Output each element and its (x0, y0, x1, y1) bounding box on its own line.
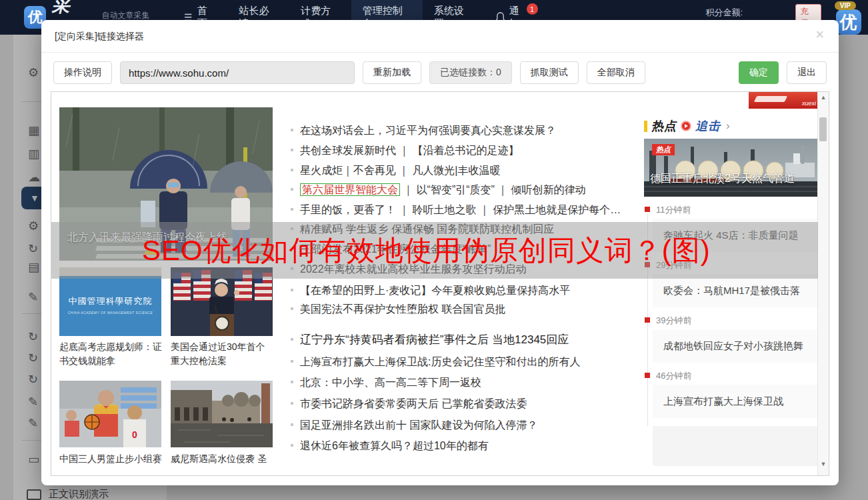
hot-topics-header[interactable]: 热点 追击 › (644, 118, 730, 134)
news-link[interactable]: 市委书记跻身省委常委两天后 已掌舵省委政法委 (291, 397, 527, 411)
thumbnail-basketball[interactable]: 0 (59, 381, 161, 447)
timeline-time: 11分钟前 (656, 204, 691, 216)
news-link[interactable]: 上海宣布打赢大上海保卫战:历史会记住坚守和付出的所有人 (291, 355, 580, 369)
vip-avatar: 优 (836, 9, 861, 35)
confirm-button[interactable]: 确定 (739, 61, 779, 84)
bullet-icon (291, 402, 293, 405)
bullet-icon (291, 360, 293, 363)
timeline-time: 39分钟前 (656, 315, 691, 327)
selected-link-highlight[interactable]: 第六届世界智能大会 (300, 183, 400, 196)
bullet-icon (291, 208, 293, 211)
timeline-item[interactable]: 上海宣布打赢大上海保卫战 (653, 385, 819, 418)
hot-badge: 热点 (652, 144, 675, 155)
grab-test-button[interactable]: 抓取测试 (520, 61, 579, 84)
news-link[interactable]: 手里的饭，更香了！ ｜ 聆听土地之歌 ｜ 保护黑土地就是保护每个… (291, 203, 621, 217)
cancel-all-button[interactable]: 全部取消 (587, 61, 645, 84)
page-scrollbar[interactable]: ▲ ▼ (817, 92, 829, 475)
yellow-bar-icon (644, 121, 647, 132)
bullet-icon (291, 307, 293, 310)
bullet-icon (291, 423, 293, 426)
sign-subtext: CHINA ACADEMY OF MANAGEMENT SCIENCE (68, 311, 153, 315)
timeline-dot (645, 373, 650, 378)
bullet-icon (291, 169, 293, 171)
timeline-time: 46分钟前 (656, 370, 691, 382)
screen: 优 采云 自动文章采集器 ☰ 首页 站长必读 计费方式 管理控制台 系统设置 通… (0, 0, 868, 500)
embedded-page: 北方入汛来最强降雨过程今夜上线 中國管理科學研究院 CHINA ACADEMY … (51, 91, 829, 476)
bullet-icon (291, 289, 293, 291)
reload-button[interactable]: 重新加载 (363, 61, 421, 84)
bullet-icon (291, 381, 293, 383)
news-link[interactable]: 第六届世界智能大会 ｜ 以“智变”引“质变” ｜ 倾听创新的律动 (291, 183, 585, 197)
scroll-down-icon[interactable]: ▼ (818, 461, 829, 467)
svg-text:0: 0 (132, 429, 137, 440)
news-link[interactable]: 在这场对话会上，习近平为何强调要真心实意谋发展？ (291, 124, 556, 138)
news-link[interactable]: 北京：中小学、高一高二等下周一返校 (291, 376, 481, 390)
sign-text: 中國管理科學研究院 (69, 295, 153, 307)
target-icon (681, 121, 691, 131)
scroll-up-icon[interactable]: ▲ (818, 94, 829, 101)
hot-label: 热点 (651, 118, 677, 134)
vip-badge: VIP (835, 1, 856, 10)
news-link[interactable]: 退休近6年被查算久吗？超过10年的都有 (291, 439, 489, 453)
news-link[interactable]: 辽宁丹东“持黄码者看病被拦”事件之后 当地12345回应 (291, 332, 569, 347)
seo-annotation-text: SEO优化如何有效地使用伪原创同义词？(图) (142, 232, 711, 269)
url-input[interactable] (120, 61, 355, 84)
news-link[interactable]: 【在希望的田野上·麦收记】今年夏粮收购总量保持高水平 (291, 284, 570, 298)
exit-button[interactable]: 退出 (787, 61, 827, 84)
link-selector-modal: [定向采集]链接选择器 × 操作说明 重新加载 已选链接数：0 抓取测试 全部取… (41, 20, 839, 485)
chase-label: 追击 (695, 118, 721, 134)
thumbnail-caption[interactable]: 美国会通过近30年首个重大控枪法案 (171, 340, 274, 368)
news-link[interactable]: 星火成炬｜不舍再见 ｜ 凡人微光|丰收温暖 (291, 164, 500, 178)
thumbnail-caption[interactable]: 起底高考志愿规划师：证书交钱就能拿 (59, 340, 163, 368)
scrollbar-thumb[interactable] (819, 117, 827, 141)
bullet-icon (291, 444, 293, 447)
timeline-item[interactable]: 成都地铁回应女子对小孩跳艳舞 (653, 329, 819, 363)
bullet-icon (291, 338, 293, 341)
featured-caption: 德国正重启北溪2号天然气管道 (650, 172, 795, 186)
modal-title: [定向采集]链接选择器 (55, 31, 144, 43)
empty-card (653, 426, 819, 466)
notification-count-badge: 1 (527, 3, 538, 15)
timeline-dot (645, 317, 650, 323)
news-link[interactable]: 国足亚洲排名跌出前十 国家队建设为何陷入停滞？ (291, 419, 537, 433)
banner-text: xuexi (802, 100, 816, 107)
bullet-icon (291, 188, 293, 191)
news-link[interactable]: 共创全球发展新时代 ｜ 【沿着总书记的足迹】 (291, 144, 519, 158)
news-link[interactable]: 美国宪法不再保护女性堕胎权 联合国官员批 (291, 303, 505, 317)
close-icon[interactable]: × (815, 27, 824, 42)
timeline-item[interactable]: 欧委会：马航MH17是被俄击落 (653, 274, 819, 307)
help-button[interactable]: 操作说明 (53, 61, 112, 84)
thumbnail-caption[interactable]: 威尼斯遇高水位侵袭 圣 (171, 452, 274, 466)
featured-image-lng-terminal[interactable]: 热点 德国正重启北溪2号天然气管道 (644, 139, 819, 197)
chevron-right-icon: › (726, 119, 730, 133)
bullet-icon (291, 149, 293, 151)
bullet-icon (291, 129, 293, 131)
thumbnail-venice-flood[interactable] (171, 381, 273, 447)
selected-links-counter: 已选链接数：0 (429, 61, 512, 84)
timeline-dot (645, 207, 650, 212)
study-banner[interactable]: xuexi (749, 92, 819, 109)
thumbnail-caption[interactable]: 中国三人男篮止步小组赛 (59, 452, 163, 466)
modal-toolbar: 操作说明 重新加载 已选链接数：0 抓取测试 全部取消 确定 退出 (53, 61, 827, 84)
modal-header: [定向采集]链接选择器 × (41, 20, 839, 53)
